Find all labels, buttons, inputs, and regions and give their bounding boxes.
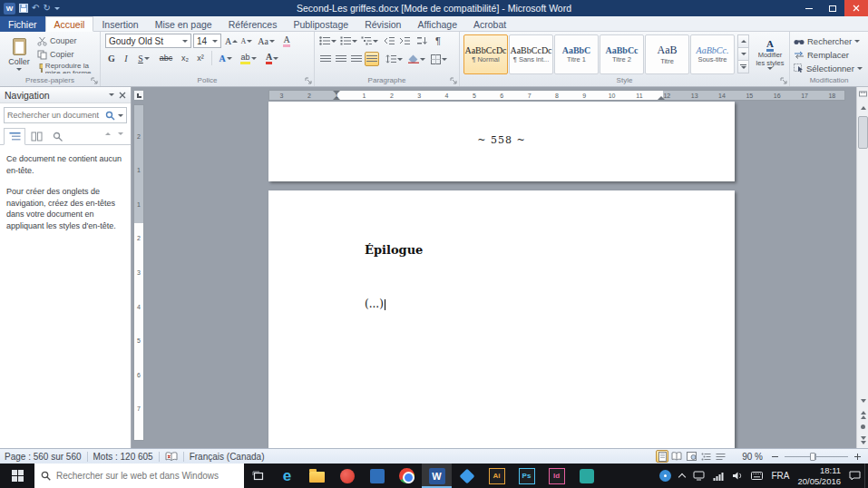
taskbar-app-word[interactable]: W [422, 464, 452, 488]
view-print-layout-button[interactable] [656, 450, 668, 463]
task-view-button[interactable] [244, 464, 272, 488]
tab-accueil[interactable]: Accueil [45, 16, 94, 32]
next-page-button[interactable] [858, 434, 868, 445]
taskbar-app-photoshop[interactable]: Ps [512, 464, 541, 488]
numbering-button[interactable] [339, 34, 358, 48]
vertical-scrollbar[interactable] [856, 87, 868, 448]
decrease-indent-button[interactable] [382, 34, 396, 48]
search-icon[interactable] [105, 111, 115, 121]
page-info[interactable]: Page : 560 sur 560 [5, 452, 82, 462]
horizontal-ruler[interactable]: 321123456789101112131415161718 [268, 90, 845, 101]
tab-browse-headings[interactable] [4, 128, 25, 145]
view-web-layout-button[interactable] [685, 450, 697, 463]
tab-mise-en-page[interactable]: Mise en page [147, 16, 220, 32]
align-left-button[interactable] [318, 52, 333, 66]
highlight-color-button[interactable]: ab [238, 51, 259, 65]
taskbar-app-indesign[interactable]: Id [541, 464, 571, 488]
tray-language-indicator[interactable]: FRA [771, 471, 789, 481]
style-titre-1[interactable]: AaBbCTitre 1 [554, 34, 599, 74]
bullets-button[interactable] [318, 34, 337, 48]
view-outline-button[interactable] [699, 450, 712, 463]
styles-scroll-down-button[interactable] [737, 47, 749, 61]
language-indicator[interactable]: Français (Canada) [190, 452, 265, 462]
taskbar-search-input[interactable] [56, 471, 238, 481]
tray-expand-chevron-icon[interactable] [678, 473, 686, 481]
subscript-button[interactable]: x₂ [178, 51, 192, 65]
styles-scroll-up-button[interactable] [737, 34, 749, 48]
font-color-button[interactable]: A [262, 51, 282, 65]
paste-button[interactable]: Coller [4, 33, 34, 75]
scroll-up-button[interactable] [858, 102, 868, 113]
previous-page-button[interactable] [858, 409, 868, 420]
clear-formatting-button[interactable]: A [278, 34, 295, 48]
show-desktop-button[interactable] [864, 464, 868, 488]
view-fullscreen-reading-button[interactable] [670, 450, 683, 463]
cut-button[interactable]: Couper [37, 34, 77, 47]
undo-button[interactable]: ↶ [32, 4, 39, 13]
borders-button[interactable] [429, 52, 449, 66]
tab-publipostage[interactable]: Publipostage [285, 16, 356, 32]
change-case-button[interactable]: Aa [257, 34, 276, 48]
superscript-button[interactable]: x² [193, 51, 208, 65]
tab-insertion[interactable]: Insertion [93, 16, 146, 32]
taskbar-app-chrome[interactable] [392, 464, 422, 488]
tray-volume-icon[interactable] [732, 471, 743, 481]
scrollbar-thumb[interactable] [858, 116, 868, 149]
taskbar-app-explorer[interactable] [302, 464, 332, 488]
font-dialog-launcher-icon[interactable] [305, 77, 313, 85]
previous-heading-arrow-icon[interactable] [105, 132, 111, 135]
taskbar-app-illustrator[interactable]: Ai [482, 464, 512, 488]
vertical-ruler[interactable]: 211234567 [133, 104, 144, 441]
text-effects-button[interactable]: A [216, 51, 235, 65]
scroll-down-button[interactable] [858, 395, 868, 406]
font-name-combo[interactable]: Goudy Old St [105, 34, 191, 48]
show-paragraph-marks-button[interactable]: ¶ [431, 34, 445, 48]
repeat-button[interactable]: ↻ [43, 4, 50, 13]
pane-close-icon[interactable] [119, 92, 126, 99]
italic-button[interactable]: I [120, 51, 132, 65]
paragraph-dialog-launcher-icon[interactable] [450, 77, 458, 85]
find-button[interactable]: Rechercher [794, 34, 860, 47]
tab-browse-results[interactable] [47, 128, 69, 145]
qat-customize-arrow-icon[interactable] [54, 7, 60, 10]
spellcheck-icon[interactable] [165, 452, 178, 462]
grow-font-button[interactable]: A [224, 34, 239, 48]
change-styles-button[interactable]: A Modifier les styles [753, 34, 787, 75]
minimize-button[interactable] [797, 0, 821, 16]
style-normal[interactable]: AaBbCcDc¶ Normal [463, 34, 508, 74]
shading-button[interactable] [406, 52, 426, 66]
start-button[interactable] [0, 464, 34, 488]
taskbar-app-edge[interactable]: e [272, 464, 302, 488]
copy-button[interactable]: Copier [37, 48, 74, 61]
style-sans-interligne[interactable]: AaBbCcDc¶ Sans int... [509, 34, 553, 74]
zoom-in-button[interactable] [852, 451, 863, 463]
taskbar-app-blue[interactable] [362, 464, 392, 488]
taskbar-app-teal[interactable] [571, 464, 601, 488]
align-center-button[interactable] [334, 52, 348, 66]
taskbar-search-box[interactable] [34, 464, 244, 488]
style-titre-2[interactable]: AaBbCcTitre 2 [600, 34, 644, 74]
save-button[interactable] [19, 4, 28, 13]
taskbar-app-dropbox[interactable] [452, 464, 482, 488]
tray-blue-circle-icon[interactable] [659, 470, 671, 482]
clipboard-dialog-launcher-icon[interactable] [91, 77, 99, 85]
multilevel-list-button[interactable] [360, 34, 379, 48]
next-heading-arrow-icon[interactable] [118, 132, 123, 135]
navigation-search-input[interactable] [7, 111, 102, 120]
tab-revision[interactable]: Révision [356, 16, 409, 32]
tab-affichage[interactable]: Affichage [409, 16, 465, 32]
line-spacing-button[interactable] [384, 52, 404, 66]
search-options-arrow-icon[interactable] [118, 114, 123, 117]
select-button[interactable]: Sélectionner [794, 62, 863, 74]
pane-options-arrow-icon[interactable] [109, 93, 114, 96]
action-center-icon[interactable] [849, 471, 861, 481]
align-right-button[interactable] [349, 52, 364, 66]
ruler-toggle-button[interactable] [858, 89, 868, 100]
tab-acrobat[interactable]: Acrobat [465, 16, 514, 32]
justify-button[interactable] [365, 52, 379, 66]
taskbar-app-red[interactable] [332, 464, 362, 488]
select-browse-object-button[interactable] [858, 422, 868, 431]
zoom-slider[interactable] [785, 452, 848, 462]
sort-button[interactable] [414, 34, 429, 48]
tray-keyboard-icon[interactable] [751, 472, 763, 480]
